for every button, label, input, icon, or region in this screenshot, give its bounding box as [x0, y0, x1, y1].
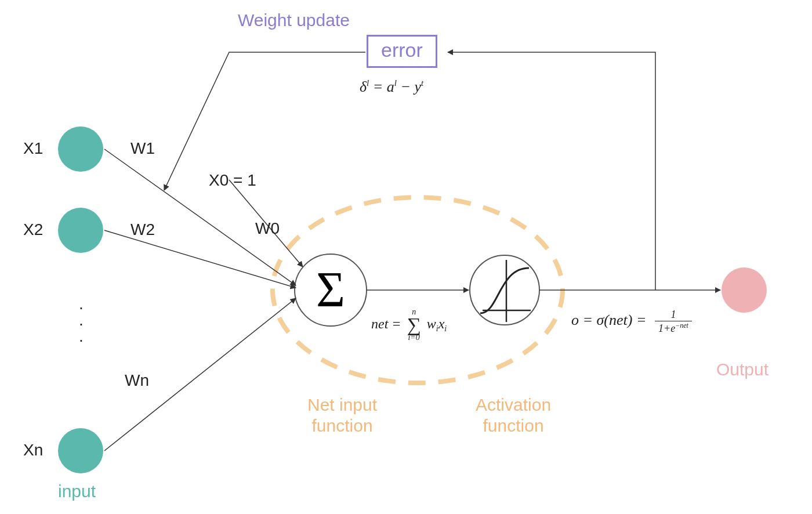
- activation-circle: [470, 255, 539, 325]
- net-caption: Net input function: [307, 394, 377, 436]
- err-sup1: l: [367, 78, 369, 88]
- label-wn: Wn: [125, 371, 149, 390]
- input-node-xn: [58, 428, 103, 473]
- net-w: w: [427, 316, 436, 331]
- label-w2: W2: [130, 220, 155, 239]
- weight-update-title: Weight update: [238, 10, 350, 30]
- output-caption: Output: [716, 360, 768, 379]
- output-node: [722, 267, 767, 313]
- err-eq: = a: [373, 78, 394, 95]
- net-caption-1: Net input: [307, 395, 377, 414]
- net-caption-2: function: [312, 416, 373, 435]
- sum-circle: [295, 254, 367, 326]
- err-sup2: l: [394, 78, 397, 88]
- label-w0: W0: [255, 219, 280, 238]
- act-lhs: o = σ(net) =: [571, 312, 647, 328]
- activation-formula: o = σ(net) = 1 1+e−net: [571, 309, 692, 335]
- net-formula: net = n ∑ i=0 wixi: [371, 307, 447, 342]
- input-ellipsis: ...: [78, 296, 85, 345]
- net-sum-bot: i=0: [407, 333, 421, 342]
- label-x1: X1: [23, 139, 43, 158]
- net-x: x: [438, 316, 445, 331]
- input-node-x1: [58, 126, 103, 172]
- error-box: error: [367, 35, 437, 68]
- err-minus: − y: [400, 78, 421, 95]
- err-delta: δ: [360, 78, 367, 95]
- label-bias: X0 = 1: [209, 171, 256, 190]
- frac-bot-a: 1+e: [658, 323, 675, 334]
- error-formula: δl = al − yt: [360, 78, 423, 96]
- net-lhs: net =: [371, 316, 401, 331]
- act-caption-1: Activation: [476, 395, 551, 414]
- connections-svg: Σ: [0, 0, 812, 514]
- edge-feedback-to-error: [448, 52, 655, 290]
- edge-error-to-weights: [164, 52, 365, 190]
- net-xi: i: [444, 324, 447, 333]
- sigma-icon: Σ: [316, 262, 345, 317]
- err-supt: t: [421, 78, 423, 88]
- label-w1: W1: [130, 139, 155, 158]
- processing-ellipse: [273, 197, 563, 383]
- label-x2: X2: [23, 220, 43, 239]
- error-box-text: error: [381, 39, 423, 61]
- sigmoid-curve: [480, 268, 529, 313]
- input-caption: input: [58, 482, 96, 501]
- label-xn: Xn: [23, 441, 43, 459]
- act-caption-2: function: [483, 416, 544, 435]
- activation-caption: Activation function: [476, 394, 551, 436]
- frac-top: 1: [655, 309, 692, 321]
- frac-bot-exp: −net: [675, 321, 688, 330]
- diagram-stage: Σ X1 X2 Xn ... input W1 W2 Wn W0 X0 = 1 …: [0, 0, 812, 514]
- input-node-x2: [58, 208, 103, 253]
- edge-x1: [104, 149, 296, 285]
